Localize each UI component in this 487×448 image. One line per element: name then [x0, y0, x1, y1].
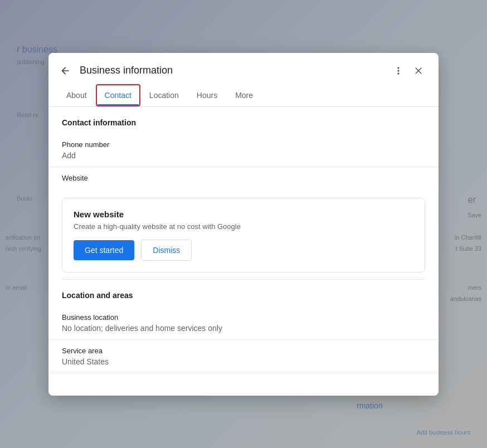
website-card-title: New website [74, 210, 413, 219]
phone-value: Add [62, 151, 425, 160]
new-website-card: New website Create a high-quality websit… [62, 198, 425, 272]
header-actions [389, 62, 427, 80]
more-options-button[interactable] [389, 62, 407, 80]
contact-info-header: Contact information [48, 107, 439, 134]
service-area-label: Service area [62, 347, 425, 355]
tab-about[interactable]: About [57, 84, 96, 106]
close-button[interactable] [410, 62, 427, 80]
modal-content[interactable]: Contact information Phone number Add Web… [48, 107, 439, 396]
dismiss-button[interactable]: Dismiss [141, 240, 192, 261]
service-area-value: United States [62, 357, 425, 366]
phone-label: Phone number [62, 140, 425, 149]
modal-tabs: About Contact Location Hours More [48, 84, 439, 107]
website-label: Website [62, 174, 425, 182]
service-area-row[interactable]: Service area United States [48, 340, 439, 373]
website-card-description: Create a high-quality website at no cost… [74, 222, 413, 231]
bottom-spacer [48, 373, 439, 396]
tab-hours[interactable]: Hours [188, 84, 226, 106]
back-button[interactable] [57, 63, 73, 79]
business-location-value: No location; deliveries and home service… [62, 324, 425, 333]
website-field-row[interactable]: Website [48, 167, 439, 191]
business-location-row[interactable]: Business location No location; deliverie… [48, 306, 439, 340]
card-actions: Get started Dismiss [74, 240, 413, 261]
tab-contact[interactable]: Contact [96, 84, 140, 106]
location-areas-header: Location and areas [48, 280, 439, 306]
modal-header: Business information [48, 53, 439, 80]
tab-more[interactable]: More [226, 84, 262, 106]
business-location-label: Business location [62, 313, 425, 322]
business-info-modal: Business information About Contact Locat… [48, 53, 439, 396]
get-started-button[interactable]: Get started [74, 240, 134, 260]
phone-field-row[interactable]: Phone number Add [48, 134, 439, 167]
modal-title: Business information [80, 65, 383, 76]
tab-location[interactable]: Location [140, 84, 188, 106]
modal-overlay: Business information About Contact Locat… [0, 0, 487, 448]
